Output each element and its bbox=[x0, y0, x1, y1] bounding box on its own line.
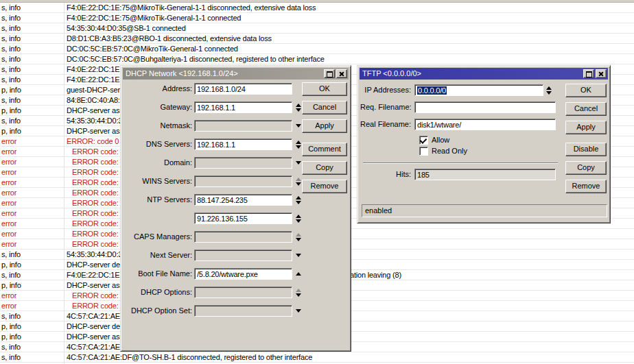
field-arrows[interactable] bbox=[294, 194, 303, 206]
ok-button[interactable]: OK bbox=[302, 82, 347, 96]
log-message-cell: DHCP-server dea bbox=[67, 322, 124, 331]
log-topic-cell: s, info bbox=[1, 312, 21, 321]
log-message-cell: DC:0C:5C:EB:57:0C@Buhgalteriya-1 disconn… bbox=[67, 55, 325, 64]
log-message-cell: D8:D1:CB:A3:B5:23@RBO-1 disconnected, ex… bbox=[67, 34, 272, 43]
field-input[interactable]: 192.168.1.1 bbox=[194, 101, 292, 113]
copy-button[interactable]: Copy bbox=[565, 161, 607, 175]
copy-button[interactable]: Copy bbox=[302, 161, 347, 175]
log-topic-cell: p, info bbox=[1, 332, 21, 341]
remove-button[interactable]: Remove bbox=[565, 180, 607, 193]
close-button[interactable] bbox=[596, 69, 607, 78]
field-input[interactable] bbox=[194, 120, 292, 132]
dhcp-dialog-title: DHCP Network <192.168.1.0/24> bbox=[123, 68, 349, 80]
close-button[interactable] bbox=[336, 69, 347, 78]
field-arrows[interactable] bbox=[294, 213, 303, 224]
log-message-cell: DHCP-server ass bbox=[67, 281, 124, 290]
field-input[interactable]: 192.168.1.1 bbox=[194, 138, 292, 150]
dhcp-dialog-titlebar[interactable]: DHCP Network <192.168.1.0/24> bbox=[123, 68, 349, 80]
log-topic-cell: s, info bbox=[1, 353, 21, 362]
maximize-button[interactable] bbox=[583, 69, 594, 78]
field-label: DNS Servers: bbox=[125, 138, 192, 150]
log-message-cell: ERROR code: bbox=[72, 240, 119, 249]
comment-button[interactable]: Comment bbox=[302, 143, 347, 156]
log-message-cell: ERROR code: bbox=[72, 189, 119, 197]
log-topic-cell: s, info bbox=[1, 65, 21, 74]
log-topic-cell: s, info bbox=[1, 45, 21, 53]
log-message-cell: ERROR code: bbox=[72, 291, 119, 300]
disable-button[interactable]: Disable bbox=[565, 143, 607, 156]
log-row[interactable]: s, infoDC:0C:5C:EB:57:0C@MikroTik-Genera… bbox=[0, 44, 634, 54]
spin-up-icon bbox=[296, 272, 301, 276]
apply-button[interactable]: Apply bbox=[565, 121, 607, 134]
field-input[interactable]: 0.0.0.0/0 bbox=[414, 84, 543, 96]
field-input[interactable]: 88.147.254.235 bbox=[194, 194, 292, 206]
field-input[interactable]: disk1/wtware/ bbox=[414, 119, 556, 130]
log-topic-cell: error bbox=[1, 219, 16, 228]
status-bar: enabled bbox=[362, 204, 607, 217]
field-input[interactable]: 91.226.136.155 bbox=[194, 213, 292, 224]
log-row[interactable]: s, info54:35:30:44:D0:35@SB-1 connected bbox=[0, 23, 634, 34]
field-input[interactable] bbox=[194, 157, 292, 169]
log-row[interactable]: s, infoF4:0E:22:DC:1E:75@MikroTik-Genera… bbox=[0, 3, 634, 13]
field-input[interactable] bbox=[414, 101, 556, 113]
spin-down-icon bbox=[296, 293, 301, 297]
apply-button[interactable]: Apply bbox=[302, 119, 347, 133]
log-topic-cell: error bbox=[1, 147, 16, 156]
log-message-cell: ERROR: code 0 bbox=[67, 137, 119, 146]
tftp-dialog: TFTP <0.0.0.0/0> IP Addresses:0.0.0.0/0R… bbox=[357, 65, 611, 223]
log-topic-cell: error bbox=[1, 240, 16, 249]
log-topic-cell: s, info bbox=[1, 34, 21, 43]
log-message-cell: 54:35:30:44:D0:3 bbox=[67, 117, 122, 125]
field-arrows[interactable] bbox=[294, 250, 303, 261]
cancel-button[interactable]: Cancel bbox=[565, 102, 607, 116]
field-label: IP Addresses: bbox=[360, 84, 411, 96]
field-arrows[interactable] bbox=[294, 305, 303, 317]
log-message-cell: 54:35:30:44:D0:35@SB-1 connected bbox=[67, 24, 186, 33]
field-arrows[interactable] bbox=[294, 287, 303, 298]
log-topic-cell: error bbox=[1, 209, 16, 218]
remove-button[interactable]: Remove bbox=[302, 180, 347, 193]
log-row[interactable]: s, infoF4:0E:22:DC:1E:75@MikroTik-Genera… bbox=[0, 13, 634, 23]
spin-down-icon bbox=[296, 201, 301, 204]
spin-up-icon bbox=[296, 215, 301, 218]
field-input[interactable] bbox=[194, 231, 292, 243]
field-input[interactable] bbox=[194, 287, 292, 298]
log-message-cell: ERROR code: bbox=[72, 158, 119, 167]
log-row[interactable]: s, infoD8:D1:CB:A3:B5:23@RBO-1 disconnec… bbox=[0, 34, 634, 44]
log-message-cell: ERROR code: bbox=[72, 230, 119, 239]
field-input[interactable] bbox=[194, 175, 292, 187]
dhcp-network-dialog: DHCP Network <192.168.1.0/24> Address:19… bbox=[120, 65, 351, 352]
field-arrows[interactable] bbox=[544, 84, 553, 96]
log-topic-cell: p, info bbox=[1, 127, 21, 136]
maximize-button[interactable] bbox=[324, 69, 335, 78]
field-label: NTP Servers: bbox=[125, 194, 192, 206]
tftp-dialog-titlebar[interactable]: TFTP <0.0.0.0/0> bbox=[360, 68, 608, 80]
cancel-button[interactable]: Cancel bbox=[302, 101, 347, 114]
log-message-cell: ERROR code: bbox=[72, 178, 119, 187]
field-label: Next Server: bbox=[125, 250, 192, 261]
field-input[interactable]: /5.8.20/wtware.pxe bbox=[194, 268, 292, 280]
log-topic-cell: error bbox=[1, 189, 16, 197]
log-row[interactable]: s, infoDC:0C:5C:EB:57:0C@Buhgalteriya-1 … bbox=[0, 54, 634, 64]
log-column-divider[interactable] bbox=[64, 3, 64, 364]
field-label: WINS Servers: bbox=[125, 175, 192, 187]
log-topic-cell: s, info bbox=[1, 96, 21, 105]
spin-up-icon bbox=[296, 233, 301, 236]
field-label: Real Filename: bbox=[360, 119, 411, 130]
field-input[interactable] bbox=[194, 305, 292, 317]
field-input[interactable]: 192.168.1.0/24 bbox=[194, 83, 292, 95]
field-input[interactable] bbox=[194, 250, 292, 261]
allow-checkbox[interactable] bbox=[419, 136, 428, 145]
hits-value-field: 185 bbox=[414, 169, 556, 180]
field-arrows[interactable] bbox=[294, 231, 303, 243]
spin-down-icon bbox=[296, 219, 301, 223]
read-only-checkbox[interactable] bbox=[419, 147, 428, 156]
separator-line bbox=[363, 162, 558, 164]
log-topic-cell: s, info bbox=[1, 271, 21, 280]
field-arrows[interactable] bbox=[294, 268, 303, 280]
log-row[interactable]: s, info4C:57:CA:21:AE:DF@TO-SH.B-1 disco… bbox=[0, 352, 634, 363]
log-topic-cell: s, info bbox=[1, 117, 21, 125]
ok-button[interactable]: OK bbox=[565, 84, 607, 97]
dropdown-icon bbox=[296, 254, 301, 257]
spin-down-icon bbox=[296, 182, 301, 186]
